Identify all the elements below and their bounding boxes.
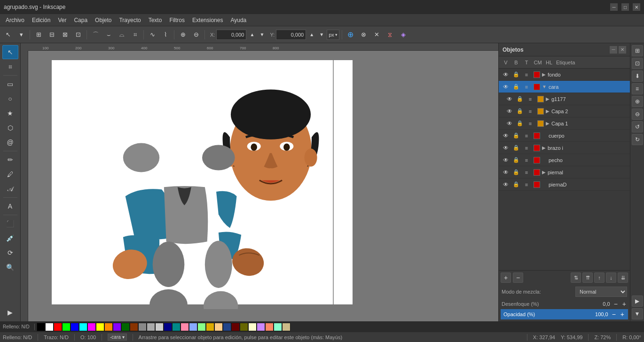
3d-box-tool[interactable]: ⬡	[2, 121, 18, 135]
swatch-mint[interactable]	[274, 323, 282, 331]
swatch-white[interactable]	[45, 323, 54, 331]
layer-row-capa2[interactable]: 👁 🔒 ≡ ▶ Capa 2	[499, 105, 630, 117]
right-icon-6[interactable]: ⊖	[632, 109, 643, 120]
select-arrow-btn[interactable]: ▾	[15, 29, 27, 41]
menu-capa[interactable]: Capa	[70, 16, 91, 24]
swatch-gray3[interactable]	[155, 323, 164, 331]
layer-row-capa1[interactable]: 👁 🔒 ≡ ▶ Capa 1	[499, 117, 630, 130]
expand-brazo-i[interactable]: ▶	[542, 145, 546, 150]
snap-btn[interactable]: ⊕	[345, 29, 357, 41]
right-icon-5[interactable]: ⊕	[632, 96, 643, 107]
visibility-icon-piernad[interactable]: 👁	[501, 181, 511, 188]
x-dec-btn[interactable]: ▼	[258, 29, 266, 41]
pen-tool[interactable]: 🖊	[2, 167, 18, 181]
visibility-icon-capa2[interactable]: 👁	[504, 108, 515, 115]
node-btn[interactable]: ⌒	[89, 29, 102, 41]
swatch-light-green[interactable]	[197, 323, 206, 331]
right-icon-8[interactable]: ↻	[632, 134, 643, 145]
ungroup-btn[interactable]: ⊖	[190, 29, 202, 41]
x-input[interactable]	[216, 30, 246, 40]
swatch-magenta[interactable]	[87, 323, 96, 331]
path-btn[interactable]: ⌓	[116, 29, 128, 41]
text-tool[interactable]: A	[2, 199, 18, 213]
lock-icon-pecho[interactable]: 🔒	[511, 157, 521, 163]
swatch-dark-blue[interactable]	[164, 323, 172, 331]
visibility-icon-piernal[interactable]: 👁	[501, 169, 511, 176]
swatch-blue[interactable]	[71, 323, 79, 331]
x-inc-btn[interactable]: ▲	[248, 29, 256, 41]
swatch-pink[interactable]	[181, 323, 189, 331]
blur-decrease-btn[interactable]: −	[613, 300, 619, 308]
transform-btn[interactable]: ⊞	[32, 29, 45, 41]
segment-btn[interactable]: ⌗	[129, 29, 141, 41]
right-icon-7[interactable]: ↺	[632, 121, 643, 132]
lock-icon-brazo-i[interactable]: 🔒	[511, 145, 521, 151]
lock-icon-piernal[interactable]: 🔒	[511, 169, 521, 175]
opacity-increase-btn[interactable]: +	[620, 311, 625, 318]
snap2-btn[interactable]: ⊗	[358, 29, 370, 41]
visibility-icon-cuerpo[interactable]: 👁	[501, 132, 511, 139]
visibility-icon-capa1[interactable]: 👁	[504, 120, 515, 127]
snap3-btn[interactable]: ✕	[371, 29, 383, 41]
visibility-icon-cara[interactable]: 👁	[501, 84, 511, 90]
swatch-cyan[interactable]	[79, 323, 87, 331]
panel-minimize-btn[interactable]: ─	[610, 46, 617, 54]
move-up-btn[interactable]: ↑	[594, 272, 605, 283]
expand-cara[interactable]: ▼	[542, 84, 547, 89]
opacity-decrease-btn[interactable]: −	[611, 311, 617, 318]
menu-trayecto[interactable]: Trayecto	[115, 16, 144, 24]
lock-icon-fondo[interactable]: 🔒	[511, 71, 521, 78]
canvas-area[interactable]: 100 200 300 400 500 600 700 800	[21, 43, 498, 321]
swatch-salmon[interactable]	[265, 323, 274, 331]
swatch-yellow[interactable]	[96, 323, 104, 331]
layer-row-cuerpo[interactable]: 👁 🔒 ≡ cuerpo	[499, 130, 630, 142]
objects-list[interactable]: 👁 🔒 ≡ ▶ fondo 👁 🔒 ≡ ▼ cara 👁 🔒 ≡	[499, 69, 630, 270]
swatch-gray1[interactable]	[138, 323, 147, 331]
calligraphy-tool[interactable]: 𝒜	[2, 182, 18, 196]
visibility-icon-brazo-i[interactable]: 👁	[501, 145, 511, 151]
pencil-tool[interactable]: ✏	[2, 153, 18, 167]
drawing-canvas[interactable]	[52, 60, 353, 304]
menu-objeto[interactable]: Objeto	[91, 16, 115, 24]
visibility-icon-fondo[interactable]: 👁	[501, 71, 511, 78]
visibility-icon-pecho[interactable]: 👁	[501, 157, 511, 163]
expand-g1177[interactable]: ▶	[546, 96, 550, 101]
lock-icon-g1177[interactable]: 🔒	[515, 96, 525, 102]
swatch-skin[interactable]	[214, 323, 223, 331]
menu-archivo[interactable]: Archivo	[2, 16, 28, 24]
y-inc-btn[interactable]: ▲	[307, 29, 316, 41]
swatch-gold[interactable]	[206, 323, 214, 331]
right-icon-3[interactable]: ⬇	[632, 70, 643, 82]
minimize-button[interactable]: ─	[610, 3, 618, 11]
dropper-tool[interactable]: 💉	[2, 231, 18, 245]
swatch-navy[interactable]	[223, 323, 231, 331]
menu-ver[interactable]: Ver	[54, 16, 70, 24]
swatch-lavender[interactable]	[257, 323, 265, 331]
layer-row-piernad[interactable]: 👁 🔒 ≡ piernaD	[499, 179, 630, 191]
swatch-brown[interactable]	[130, 323, 138, 331]
swatch-maroon[interactable]	[231, 323, 240, 331]
star-tool[interactable]: ★	[2, 106, 18, 120]
expand-fondo[interactable]: ▶	[542, 72, 546, 77]
menu-filtros[interactable]: Filtros	[165, 16, 188, 24]
move-down-btn[interactable]: ↓	[606, 272, 616, 283]
close-button[interactable]: ✕	[633, 3, 640, 11]
blend-mode-select[interactable]: Normal Multiply Screen Overlay	[575, 287, 627, 297]
add-object-btn[interactable]: +	[501, 272, 511, 283]
lock-icon-piernad[interactable]: 🔒	[511, 181, 521, 187]
expand-capa1[interactable]: ▶	[546, 121, 550, 126]
swatch-khaki[interactable]	[282, 323, 291, 331]
layer-row-g1177[interactable]: 👁 🔒 ≡ ▶ g1177	[499, 93, 630, 105]
canvas-content[interactable]	[28, 51, 498, 321]
rect-tool[interactable]: ▭	[2, 77, 18, 91]
swatch-black[interactable]	[37, 323, 45, 331]
lock-icon-cara[interactable]: 🔒	[511, 84, 521, 90]
menu-ayuda[interactable]: Ayuda	[227, 16, 250, 24]
swatch-light-blue[interactable]	[189, 323, 197, 331]
snap-toggle[interactable]: ▶	[2, 305, 18, 319]
snap4-btn[interactable]: ⧖	[384, 29, 396, 41]
context-selector[interactable]: -cara ▾	[108, 334, 127, 341]
right-icon-4[interactable]: ≡	[632, 83, 643, 94]
reorder-btn[interactable]: ⇅	[571, 272, 581, 283]
right-icon-2[interactable]: ⊡	[632, 58, 643, 69]
